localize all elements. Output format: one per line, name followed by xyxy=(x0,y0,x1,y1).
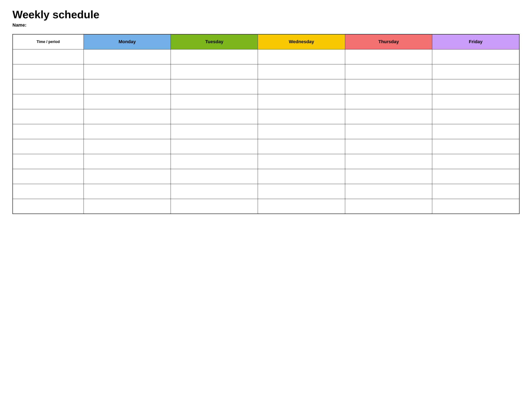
wednesday-cell[interactable] xyxy=(258,199,345,214)
tuesday-cell[interactable] xyxy=(171,154,258,169)
thursday-cell[interactable] xyxy=(345,79,432,94)
wednesday-cell[interactable] xyxy=(258,169,345,184)
table-row xyxy=(13,109,519,124)
name-label: Name: xyxy=(13,22,519,28)
monday-cell[interactable] xyxy=(84,124,171,139)
time-cell[interactable] xyxy=(13,124,84,139)
wednesday-cell[interactable] xyxy=(258,139,345,154)
weekly-schedule-table: Time / period Monday Tuesday Wednesday T… xyxy=(13,34,519,214)
time-cell[interactable] xyxy=(13,94,84,109)
time-cell[interactable] xyxy=(13,64,84,79)
friday-cell[interactable] xyxy=(432,49,519,64)
wednesday-cell[interactable] xyxy=(258,64,345,79)
header-wednesday: Wednesday xyxy=(258,34,345,49)
header-time-period: Time / period xyxy=(13,34,84,49)
time-cell[interactable] xyxy=(13,199,84,214)
table-row xyxy=(13,64,519,79)
thursday-cell[interactable] xyxy=(345,109,432,124)
friday-cell[interactable] xyxy=(432,64,519,79)
friday-cell[interactable] xyxy=(432,79,519,94)
time-cell[interactable] xyxy=(13,109,84,124)
wednesday-cell[interactable] xyxy=(258,184,345,199)
tuesday-cell[interactable] xyxy=(171,64,258,79)
thursday-cell[interactable] xyxy=(345,199,432,214)
table-row xyxy=(13,199,519,214)
monday-cell[interactable] xyxy=(84,49,171,64)
table-row xyxy=(13,169,519,184)
wednesday-cell[interactable] xyxy=(258,109,345,124)
header-row: Time / period Monday Tuesday Wednesday T… xyxy=(13,34,519,49)
table-row xyxy=(13,184,519,199)
table-row xyxy=(13,124,519,139)
thursday-cell[interactable] xyxy=(345,124,432,139)
time-cell[interactable] xyxy=(13,79,84,94)
monday-cell[interactable] xyxy=(84,94,171,109)
monday-cell[interactable] xyxy=(84,64,171,79)
tuesday-cell[interactable] xyxy=(171,49,258,64)
wednesday-cell[interactable] xyxy=(258,124,345,139)
monday-cell[interactable] xyxy=(84,184,171,199)
monday-cell[interactable] xyxy=(84,154,171,169)
tuesday-cell[interactable] xyxy=(171,79,258,94)
table-row xyxy=(13,79,519,94)
time-cell[interactable] xyxy=(13,49,84,64)
thursday-cell[interactable] xyxy=(345,169,432,184)
time-cell[interactable] xyxy=(13,139,84,154)
wednesday-cell[interactable] xyxy=(258,94,345,109)
friday-cell[interactable] xyxy=(432,124,519,139)
monday-cell[interactable] xyxy=(84,199,171,214)
time-cell[interactable] xyxy=(13,184,84,199)
friday-cell[interactable] xyxy=(432,154,519,169)
monday-cell[interactable] xyxy=(84,169,171,184)
tuesday-cell[interactable] xyxy=(171,139,258,154)
thursday-cell[interactable] xyxy=(345,49,432,64)
table-row xyxy=(13,49,519,64)
monday-cell[interactable] xyxy=(84,139,171,154)
tuesday-cell[interactable] xyxy=(171,94,258,109)
header-friday: Friday xyxy=(432,34,519,49)
table-row xyxy=(13,139,519,154)
thursday-cell[interactable] xyxy=(345,154,432,169)
wednesday-cell[interactable] xyxy=(258,79,345,94)
friday-cell[interactable] xyxy=(432,109,519,124)
page-title: Weekly schedule xyxy=(13,8,519,21)
header-monday: Monday xyxy=(84,34,171,49)
wednesday-cell[interactable] xyxy=(258,154,345,169)
monday-cell[interactable] xyxy=(84,79,171,94)
tuesday-cell[interactable] xyxy=(171,199,258,214)
table-row xyxy=(13,154,519,169)
header-thursday: Thursday xyxy=(345,34,432,49)
table-row xyxy=(13,94,519,109)
thursday-cell[interactable] xyxy=(345,64,432,79)
friday-cell[interactable] xyxy=(432,199,519,214)
friday-cell[interactable] xyxy=(432,169,519,184)
monday-cell[interactable] xyxy=(84,109,171,124)
friday-cell[interactable] xyxy=(432,139,519,154)
time-cell[interactable] xyxy=(13,154,84,169)
tuesday-cell[interactable] xyxy=(171,109,258,124)
tuesday-cell[interactable] xyxy=(171,124,258,139)
tuesday-cell[interactable] xyxy=(171,184,258,199)
thursday-cell[interactable] xyxy=(345,184,432,199)
friday-cell[interactable] xyxy=(432,94,519,109)
thursday-cell[interactable] xyxy=(345,139,432,154)
thursday-cell[interactable] xyxy=(345,94,432,109)
friday-cell[interactable] xyxy=(432,184,519,199)
tuesday-cell[interactable] xyxy=(171,169,258,184)
time-cell[interactable] xyxy=(13,169,84,184)
header-tuesday: Tuesday xyxy=(171,34,258,49)
wednesday-cell[interactable] xyxy=(258,49,345,64)
